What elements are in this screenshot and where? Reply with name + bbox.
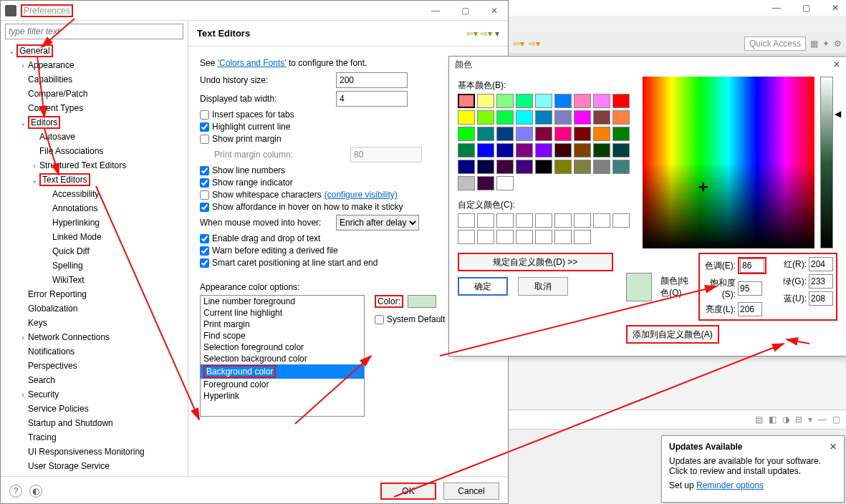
basic-swatch[interactable] <box>574 94 591 108</box>
basic-swatch[interactable] <box>554 160 572 174</box>
custom-swatch[interactable] <box>535 230 552 244</box>
color-item[interactable]: Find scope <box>201 330 364 341</box>
blue-input[interactable] <box>809 291 833 306</box>
basic-swatch[interactable] <box>477 110 494 125</box>
color-item[interactable]: Selection background color <box>201 353 364 364</box>
custom-swatch[interactable] <box>458 213 475 228</box>
close-icon[interactable]: ✕ <box>833 59 840 69</box>
basic-swatch[interactable] <box>496 143 514 158</box>
warn-derived-check[interactable] <box>200 246 209 256</box>
affordance-check[interactable] <box>200 203 209 212</box>
perspective-icon-1[interactable]: ▦ <box>810 39 818 49</box>
insert-spaces-check[interactable] <box>200 110 209 120</box>
tree-autosave[interactable]: Autosave <box>39 132 75 142</box>
color-item-background[interactable]: Background color <box>201 364 364 379</box>
basic-swatch[interactable] <box>612 110 630 125</box>
custom-swatch[interactable] <box>496 213 514 228</box>
basic-swatch[interactable] <box>593 110 610 125</box>
basic-swatch[interactable] <box>516 110 533 125</box>
filter-input[interactable] <box>5 24 183 39</box>
basic-swatch[interactable] <box>477 127 494 141</box>
basic-swatch[interactable] <box>477 160 494 174</box>
basic-swatch[interactable] <box>496 110 514 125</box>
tree-keys[interactable]: Keys <box>28 318 47 328</box>
custom-swatch[interactable] <box>612 213 630 228</box>
view-icon-1[interactable]: ▤ <box>755 415 763 425</box>
color-item[interactable]: Line number foreground <box>201 296 364 307</box>
highlight-line-check[interactable] <box>200 122 209 132</box>
basic-swatch[interactable] <box>516 160 533 174</box>
view-max-icon[interactable]: ▢ <box>832 415 840 425</box>
tree-general[interactable]: General <box>16 44 53 57</box>
basic-swatch[interactable] <box>593 160 610 174</box>
basic-swatch[interactable] <box>516 94 533 108</box>
color-swatch-button[interactable] <box>408 295 436 308</box>
smart-caret-check[interactable] <box>200 258 209 268</box>
dnd-check[interactable] <box>200 234 209 243</box>
close-icon[interactable]: ✕ <box>830 442 837 452</box>
tree-notifications[interactable]: Notifications <box>28 346 74 357</box>
tree-appearance[interactable]: Appearance <box>28 60 74 70</box>
view-icon-2[interactable]: ◧ <box>769 415 777 425</box>
basic-swatch[interactable] <box>612 160 630 174</box>
color-ok-button[interactable]: 确定 <box>458 277 508 296</box>
red-input[interactable] <box>809 257 833 271</box>
view-min-icon[interactable]: — <box>818 415 827 425</box>
custom-swatch[interactable] <box>574 230 591 244</box>
tree-user-storage[interactable]: User Storage Service <box>28 461 110 471</box>
basic-swatch[interactable] <box>458 143 475 158</box>
tree-perspectives[interactable]: Perspectives <box>28 361 77 371</box>
custom-swatch[interactable] <box>554 213 572 228</box>
view-icon-5[interactable]: ▾ <box>808 415 812 425</box>
color-cancel-button[interactable]: 取消 <box>518 277 568 296</box>
tree-search[interactable]: Search <box>28 375 55 385</box>
tree-accessibility[interactable]: Accessibility <box>52 189 99 199</box>
tab-width-input[interactable] <box>336 91 408 107</box>
tree-hyperlinking[interactable]: Hyperlinking <box>52 218 100 228</box>
undo-input[interactable] <box>336 72 408 88</box>
basic-swatch[interactable] <box>496 94 514 108</box>
configure-visibility-link[interactable]: (configure visibility) <box>325 190 398 200</box>
basic-swatch[interactable] <box>535 110 552 125</box>
basic-swatch[interactable] <box>535 160 552 174</box>
tree-spelling[interactable]: Spelling <box>52 261 83 271</box>
add-custom-button[interactable]: 添加到自定义颜色(A) <box>626 325 719 344</box>
tree-quick-diff[interactable]: Quick Diff <box>52 246 90 256</box>
basic-swatch[interactable] <box>516 127 533 141</box>
basic-swatch[interactable] <box>554 143 572 158</box>
perspective-icon-3[interactable]: ⚙ <box>834 39 842 49</box>
maximize-button[interactable]: ▢ <box>461 6 469 16</box>
color-item[interactable]: Selection foreground color <box>201 341 364 353</box>
custom-swatch[interactable] <box>477 230 494 244</box>
custom-swatch[interactable] <box>458 230 475 244</box>
tree-editors[interactable]: Editors <box>28 116 60 129</box>
close-icon[interactable]: ✕ <box>832 3 839 13</box>
custom-swatch[interactable] <box>554 230 572 244</box>
basic-swatch[interactable] <box>477 176 494 190</box>
maximize-icon[interactable]: ▢ <box>802 3 810 13</box>
tree-annotations[interactable]: Annotations <box>52 203 97 213</box>
custom-swatch[interactable] <box>574 213 591 228</box>
quick-access-field[interactable]: Quick Access <box>744 37 806 51</box>
custom-color-grid[interactable] <box>458 213 630 244</box>
color-item[interactable]: Print margin <box>201 319 364 330</box>
basic-swatch[interactable] <box>554 110 572 125</box>
preferences-tree[interactable]: ⌄General ›Appearance Capabilities Compar… <box>1 42 188 476</box>
basic-swatch[interactable] <box>458 127 475 141</box>
basic-swatch[interactable] <box>593 94 610 108</box>
color-item[interactable]: Current line highlight <box>201 307 364 319</box>
basic-swatch[interactable] <box>516 143 533 158</box>
basic-swatch[interactable] <box>477 143 494 158</box>
minimize-button[interactable]: — <box>431 6 440 16</box>
custom-swatch[interactable] <box>535 213 552 228</box>
cancel-button[interactable]: Cancel <box>443 483 499 500</box>
custom-swatch[interactable] <box>477 213 494 228</box>
basic-swatch[interactable] <box>554 94 572 108</box>
color-item[interactable]: Foreground color <box>201 379 364 390</box>
custom-swatch[interactable] <box>516 213 533 228</box>
help-icon[interactable]: ? <box>9 485 22 498</box>
color-options-list[interactable]: Line number foreground Current line high… <box>200 295 365 417</box>
basic-swatch[interactable] <box>612 94 630 108</box>
perspective-icon-2[interactable]: ✦ <box>822 39 830 49</box>
import-export-icon[interactable]: ◐ <box>29 485 42 498</box>
